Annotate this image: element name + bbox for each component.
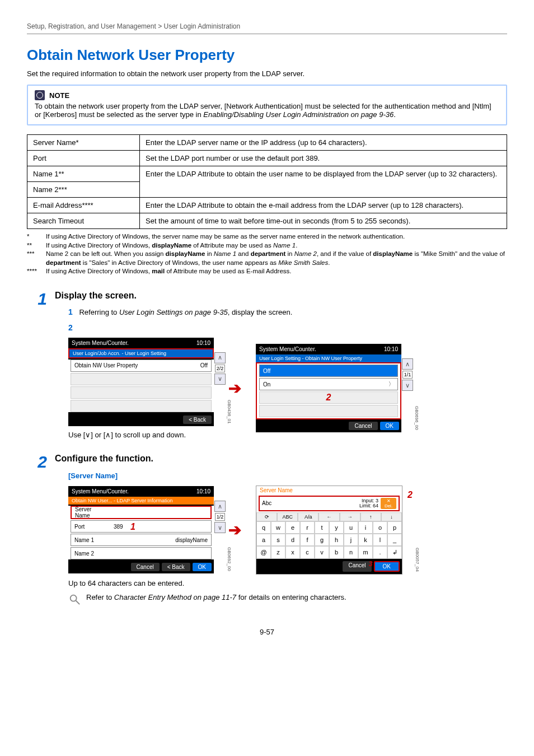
key-b[interactable]: b — [329, 546, 344, 559]
key-down[interactable]: ↓ — [381, 512, 402, 521]
cancel-button[interactable]: Cancel — [131, 563, 160, 571]
svg-point-0 — [71, 595, 77, 601]
step-1-title: Display the screen. — [55, 291, 401, 301]
key-y[interactable]: y — [329, 521, 344, 534]
key-u[interactable]: u — [344, 521, 358, 534]
step-2-title: Configure the function. — [55, 454, 507, 464]
scroll-down-icon[interactable]: ∨ — [214, 522, 226, 533]
svg-line-1 — [76, 600, 79, 604]
tab-symbol[interactable]: ⟳ — [256, 512, 277, 521]
ok-button[interactable]: OK — [374, 561, 400, 572]
name1-field[interactable]: Name 1displayName — [71, 534, 212, 546]
note-icon — [35, 90, 45, 100]
key-v[interactable]: v — [315, 546, 329, 559]
callout-2: 2 — [407, 490, 413, 500]
key-_[interactable]: _ — [387, 534, 402, 546]
page-indicator: 1/2 — [215, 513, 226, 521]
scroll-up-icon[interactable]: ∧ — [214, 501, 226, 512]
cancel-button[interactable]: Cancel — [349, 422, 377, 430]
key-l[interactable]: l — [373, 534, 387, 546]
table-row: Search TimeoutSet the amount of time to … — [27, 213, 507, 229]
name2-field[interactable]: Name 2 — [71, 547, 212, 559]
tab-abc[interactable]: ABC — [277, 512, 298, 521]
note-ref-link[interactable]: Enabling/Disabling User Login Administra… — [203, 110, 394, 119]
step-number-2: 2 — [27, 454, 47, 470]
key-n[interactable]: n — [344, 546, 358, 559]
row-obtain-nw[interactable]: Obtain NW User PropertyOff — [71, 360, 212, 372]
ok-button[interactable]: OK — [380, 422, 399, 430]
key-i[interactable]: i — [358, 521, 373, 534]
table-row: Name 1**Enter the LDAP Attribute to obta… — [27, 166, 507, 182]
key-p[interactable]: p — [387, 521, 402, 534]
keyboard-display[interactable]: Abc Input: 3Limit: 64 ✕Del. — [259, 496, 400, 511]
flow-arrow-icon: ➔ — [228, 379, 241, 398]
ok-button[interactable]: OK — [193, 563, 212, 571]
note-label: NOTE — [49, 91, 69, 100]
substep-1: 1 — [68, 307, 73, 316]
option-on[interactable]: On〉 — [259, 378, 398, 390]
key-↲[interactable]: ↲ — [387, 546, 402, 559]
scroll-down-icon[interactable]: ∨ — [402, 380, 413, 391]
key-up[interactable]: ↑ — [360, 512, 381, 521]
key-e[interactable]: e — [285, 521, 300, 534]
settings-table: Server Name*Enter the LDAP server name o… — [27, 134, 507, 229]
back-button[interactable]: < Back — [183, 416, 212, 424]
flow-arrow-icon: ➔ — [228, 521, 241, 539]
screen-obtain-nw-property: System Menu/Counter.10:10 User Login Set… — [256, 344, 401, 432]
key-c[interactable]: c — [300, 546, 315, 559]
delete-key[interactable]: ✕Del. — [381, 498, 396, 509]
note-body: To obtain the network user property from… — [35, 102, 499, 119]
intro-text: Set the required information to obtain t… — [27, 69, 507, 78]
option-off[interactable]: Off — [259, 365, 398, 377]
page-number: 9-57 — [27, 628, 507, 636]
server-name-field[interactable]: Server Name — [71, 506, 212, 519]
back-button[interactable]: < Back — [162, 563, 190, 571]
screen-ldap-server-info: System Menu/Counter.10:10 Obtain NW User… — [68, 486, 214, 573]
step-number-1: 1 — [27, 291, 47, 307]
key-o[interactable]: o — [373, 521, 387, 534]
scroll-up-icon[interactable]: ∧ — [214, 352, 226, 363]
key-z[interactable]: z — [271, 546, 285, 559]
key-w[interactable]: w — [271, 521, 285, 534]
server-name-input[interactable] — [105, 509, 207, 516]
scroll-down-icon[interactable]: ∨ — [214, 374, 226, 385]
table-row: Server Name*Enter the LDAP server name o… — [27, 135, 507, 151]
key-d[interactable]: d — [285, 534, 300, 546]
key-back[interactable]: ← — [318, 512, 339, 521]
key-q[interactable]: q — [256, 521, 271, 534]
port-field[interactable]: Port 389 1 — [71, 520, 212, 533]
scroll-hint: Use [∨] or [∧] to scroll up and down. — [68, 431, 214, 439]
note-box: NOTE To obtain the network user property… — [27, 85, 507, 125]
key-a[interactable]: a — [256, 534, 271, 546]
key-x[interactable]: x — [285, 546, 300, 559]
onscreen-keyboard: Server Name Abc Input: 3Limit: 64 ✕Del. … — [256, 486, 402, 575]
key-@[interactable]: @ — [256, 546, 271, 559]
server-name-heading: [Server Name] — [68, 472, 507, 480]
tab-case[interactable]: A/a — [298, 512, 318, 521]
key-m[interactable]: m — [358, 546, 373, 559]
key-g[interactable]: g — [315, 534, 329, 546]
substep-2: 2 — [68, 323, 73, 332]
cancel-button[interactable]: Cancel 3 — [343, 561, 371, 572]
key-h[interactable]: h — [329, 534, 344, 546]
key-.[interactable]: . — [373, 546, 387, 559]
char-limit-caption: Up to 64 characters can be entered. — [68, 579, 507, 587]
key-fwd[interactable]: → — [340, 512, 360, 521]
magnifier-icon — [68, 593, 81, 605]
step1-ref-link[interactable]: User Login Settings on page 9-35 — [119, 308, 228, 316]
key-f[interactable]: f — [300, 534, 315, 546]
footnotes: *If using Active Directory of Windows, t… — [27, 232, 507, 276]
scroll-up-icon[interactable]: ∧ — [402, 358, 413, 370]
breadcrumb: Setup, Registration, and User Management… — [27, 22, 507, 34]
page-indicator: 2/2 — [215, 365, 226, 372]
key-s[interactable]: s — [271, 534, 285, 546]
key-t[interactable]: t — [315, 521, 329, 534]
screen-a-crumb[interactable]: User Login/Job Accn. - User Login Settin… — [68, 348, 214, 358]
table-row: PortSet the LDAP port number or use the … — [27, 151, 507, 166]
page-indicator: 1/1 — [402, 371, 413, 379]
key-r[interactable]: r — [300, 521, 315, 534]
table-row: E-mail Address****Enter the LDAP Attribu… — [27, 198, 507, 213]
key-k[interactable]: k — [358, 534, 373, 546]
key-j[interactable]: j — [344, 534, 358, 546]
char-entry-ref-link[interactable]: Character Entry Method on page 11-7 — [114, 593, 236, 601]
